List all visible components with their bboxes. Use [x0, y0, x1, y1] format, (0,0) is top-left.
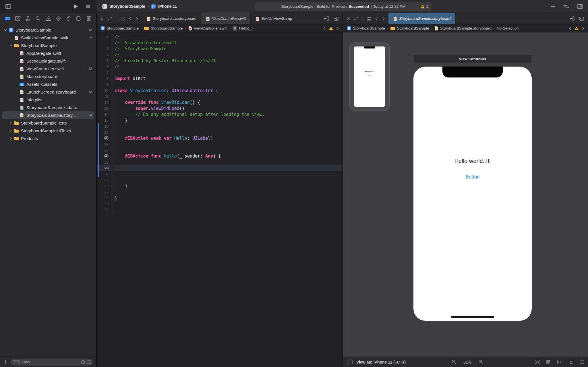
code-line-9[interactable]: 9: [97, 81, 343, 88]
breadcrumb-item[interactable]: ViewController.swift: [188, 26, 228, 31]
file-row-storyboardsampletests[interactable]: StoryboardSampleTests: [0, 119, 96, 127]
prev-issue-icon[interactable]: [569, 26, 571, 30]
add-constraints-icon[interactable]: [557, 360, 562, 364]
file-row-scenedelegate-swift[interactable]: SceneDelegate.swift: [0, 57, 96, 65]
maximize-editor-icon[interactable]: [354, 17, 358, 20]
related-items-icon[interactable]: [367, 17, 371, 21]
zoom-out-icon[interactable]: [452, 360, 457, 364]
close-editor-icon[interactable]: [347, 17, 350, 20]
navigator-tab-reports[interactable]: [85, 15, 93, 22]
filter-input[interactable]: [22, 360, 79, 364]
code-line-2[interactable]: 2 // ViewController.swift: [97, 40, 343, 46]
breadcrumb-item[interactable]: StoryboardSample.storyboard: [434, 26, 492, 31]
chevron-down-icon[interactable]: [8, 44, 13, 46]
recent-files-icon[interactable]: [81, 360, 85, 364]
maximize-editor-icon[interactable]: [108, 17, 112, 20]
add-file-button[interactable]: [3, 360, 8, 364]
file-row-storyboardsampleuitests[interactable]: StoryboardSampleUITests: [0, 127, 96, 135]
code-line-13[interactable]: 13 super.viewDidLoad(): [97, 106, 343, 112]
prev-issue-icon[interactable]: [323, 26, 326, 30]
file-row-products[interactable]: Products: [0, 135, 96, 142]
file-row-storyboardsample-story-[interactable]: StoryboardSample.story... A: [0, 111, 96, 119]
breadcrumb-item[interactable]: StoryboardSample: [390, 26, 429, 30]
ib-connection-icon[interactable]: [105, 155, 107, 157]
filter-field[interactable]: [11, 359, 93, 366]
file-row-viewcontroller-swift[interactable]: ViewController.swift M: [0, 65, 96, 73]
tab-swiftuiviewsamp[interactable]: SwiftUIViewSamp: [250, 13, 294, 24]
code-line-20[interactable]: 20: [97, 147, 343, 153]
code-line-19[interactable]: 19: [97, 141, 343, 147]
navigator-tab-tests[interactable]: [55, 15, 62, 22]
editor-options-icon[interactable]: [324, 16, 329, 21]
chevron-down-icon[interactable]: [3, 29, 8, 31]
code-line-24[interactable]: 24: [97, 171, 343, 177]
align-icon[interactable]: [546, 360, 551, 364]
code-line-15[interactable]: 15 }: [97, 117, 343, 123]
iphone-device-canvas[interactable]: Hello world..!!! Button: [413, 67, 532, 321]
file-row-storyboardsample[interactable]: StoryboardSample: [0, 42, 96, 49]
code-line-26[interactable]: 26 }: [97, 183, 343, 189]
scene-thumbnail[interactable]: Hello world..!!! Button: [349, 42, 390, 111]
breadcrumb-item[interactable]: MHello(_:): [233, 26, 254, 31]
zoom-in-icon[interactable]: [478, 360, 483, 364]
file-row-storyboardsample-xcdata-[interactable]: StoryboardSample.xcdata...: [0, 104, 96, 111]
update-frames-icon[interactable]: [535, 360, 540, 364]
document-outline-toggle-icon[interactable]: [347, 360, 353, 364]
ib-connection-icon[interactable]: [105, 137, 107, 139]
code-line-3[interactable]: 3 // StoryboardSample: [97, 46, 343, 52]
code-line-23[interactable]: 23: [97, 165, 343, 171]
chevron-right-icon[interactable]: [8, 137, 13, 140]
stop-button[interactable]: [86, 5, 90, 8]
file-row-storyboardsample[interactable]: StoryboardSample M: [0, 26, 96, 34]
related-items-icon[interactable]: [121, 17, 125, 21]
file-row-assets-xcassets[interactable]: Assets.xcassets: [0, 80, 96, 88]
zoom-level[interactable]: 81%: [463, 360, 471, 364]
breadcrumb-item[interactable]: StoryboardSample: [144, 26, 183, 30]
code-line-12[interactable]: 12 override func viewDidLoad() {: [97, 100, 343, 106]
activity-status-bar[interactable]: StoryboardSample | Build for Previews Su…: [255, 2, 432, 11]
back-button[interactable]: [129, 17, 131, 21]
back-button[interactable]: [375, 17, 378, 21]
navigator-toggle-icon[interactable]: [5, 4, 11, 9]
code-line-11[interactable]: 11: [97, 94, 343, 100]
resolve-autolayout-icon[interactable]: [568, 360, 574, 364]
scheme-destination-label[interactable]: iPhone 11: [158, 4, 177, 9]
navigator-tab-project[interactable]: [4, 15, 11, 22]
inspector-toggle-icon[interactable]: [577, 4, 583, 9]
view-controller-header[interactable]: View Controller: [413, 55, 532, 63]
tab-storyboard-e-storyboard[interactable]: Storyboard...e.storyboard: [142, 13, 201, 24]
embed-icon[interactable]: [580, 360, 584, 364]
code-line-22[interactable]: 22: [97, 159, 343, 165]
source-control-filter-icon[interactable]: [87, 360, 91, 364]
code-line-21[interactable]: @IBAction func Hello(_ sender: Any) {: [97, 153, 343, 159]
close-editor-icon[interactable]: [100, 17, 104, 20]
navigator-tab-debug[interactable]: [65, 15, 72, 22]
navigator-tab-find[interactable]: [34, 15, 42, 22]
breadcrumb-item[interactable]: No Selection: [497, 26, 519, 30]
scheme-selector[interactable]: StoryboardSample › iPhone 11: [102, 4, 177, 9]
file-row-main-storyboard[interactable]: Main.storyboard: [0, 73, 96, 80]
forward-button[interactable]: [136, 17, 138, 21]
code-line-6[interactable]: 6 //: [97, 64, 343, 70]
run-button[interactable]: [74, 4, 78, 9]
next-issue-icon[interactable]: [582, 26, 584, 30]
filter-scope-icon[interactable]: [13, 360, 20, 364]
add-editor-icon[interactable]: [579, 17, 584, 21]
forward-button[interactable]: [382, 17, 385, 21]
code-line-8[interactable]: 8 import UIKit: [97, 76, 343, 82]
breadcrumb-item[interactable]: StoryboardSample: [347, 26, 385, 30]
view-as-label[interactable]: View as: iPhone 11 (wC hR): [356, 360, 406, 364]
code-line-25[interactable]: 25: [97, 177, 343, 183]
code-line-10[interactable]: 10 class ViewController: UIViewControlle…: [97, 88, 343, 94]
code-line-29[interactable]: 29: [97, 201, 343, 207]
code-line-1[interactable]: 1 //: [97, 34, 343, 40]
code-line-18[interactable]: @IBOutlet weak var Hello: UILabel!: [97, 135, 343, 141]
issue-warning-icon[interactable]: [329, 26, 333, 30]
source-code-editor[interactable]: 1 // 2 // ViewController.swift 3 // Stor…: [97, 32, 343, 367]
code-line-5[interactable]: 5 // Created by Nestor Blanco on 1/15/21…: [97, 58, 343, 64]
code-line-14[interactable]: 14 // Do any additional setup after load…: [97, 111, 343, 117]
file-row-swiftuiviewsample-swift[interactable]: SwiftUIViewSample.swift A: [0, 34, 96, 42]
storyboard-canvas[interactable]: Hello world..!!! Button View Controller …: [343, 32, 588, 357]
add-editor-icon[interactable]: [334, 17, 339, 21]
warning-counter[interactable]: 2: [420, 2, 428, 11]
